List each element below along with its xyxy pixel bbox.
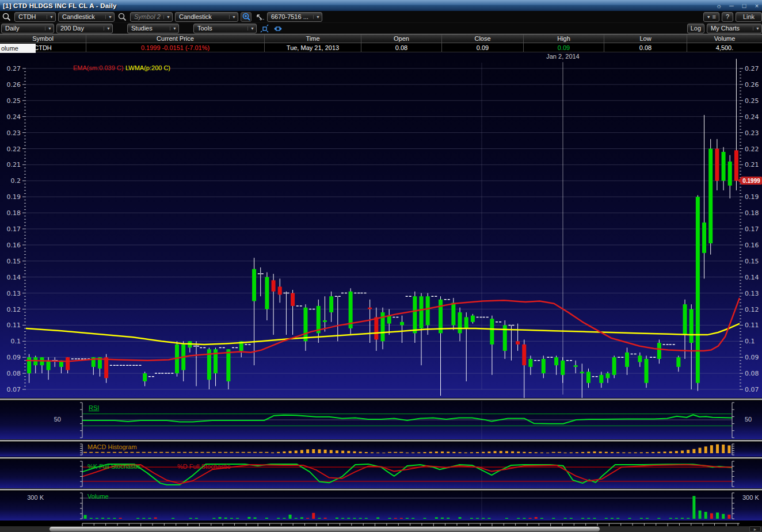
minimize-icon[interactable]: ─ xyxy=(727,2,736,9)
quote-header-high: High xyxy=(524,35,604,43)
chart-style-select[interactable]: Candlestick▼ xyxy=(58,12,115,22)
span-select[interactable]: 200 Day▼ xyxy=(56,24,113,33)
svg-text:0.09: 0.09 xyxy=(745,354,759,361)
symbol2-select[interactable]: Symbol 2▼ xyxy=(130,12,173,22)
ema-legend[interactable]: EMA(sm:0.039 C) xyxy=(73,64,123,71)
svg-text:0.27: 0.27 xyxy=(745,65,759,72)
svg-text:0.14: 0.14 xyxy=(745,274,759,281)
svg-text:0.25: 0.25 xyxy=(7,97,21,105)
link-button[interactable]: Link xyxy=(736,12,762,22)
pan-chart-icon[interactable] xyxy=(272,24,283,33)
svg-text:0.07: 0.07 xyxy=(7,386,21,393)
scrollbar-right-arrow[interactable]: ► xyxy=(749,526,761,532)
svg-text:0.21: 0.21 xyxy=(7,161,21,169)
quote-header-symbol: Symbol xyxy=(0,35,86,43)
svg-text:0.16: 0.16 xyxy=(7,242,21,249)
chevron-down-icon: ▼ xyxy=(105,15,112,19)
svg-text:0.1: 0.1 xyxy=(745,338,755,345)
macd-study-label[interactable]: MACD Histogram xyxy=(87,443,137,450)
svg-text:0.22: 0.22 xyxy=(745,146,759,153)
log-scale-button[interactable]: Log xyxy=(687,24,704,33)
main-price-chart[interactable]: 0.070.070.080.080.090.090.10.10.110.110.… xyxy=(0,52,762,398)
tools-select[interactable]: Tools▼ xyxy=(193,24,257,33)
symbol-select[interactable]: CTDH▼ xyxy=(14,12,56,22)
quote-low: 0.08 xyxy=(604,43,687,52)
svg-text:0.24: 0.24 xyxy=(7,113,21,121)
svg-text:0.15: 0.15 xyxy=(7,258,21,265)
compare-arrow-icon[interactable]: +− xyxy=(254,12,265,22)
quote-header-open: Open xyxy=(361,35,442,43)
svg-text:0.26: 0.26 xyxy=(745,81,759,89)
time-axis xyxy=(0,520,762,526)
stochastic-d-label[interactable]: %D Full Stochastic xyxy=(177,463,230,470)
chevron-down-icon: ▼ xyxy=(247,26,254,30)
close-icon[interactable]: × xyxy=(753,2,761,9)
quote-header-volume: Volume xyxy=(687,35,762,43)
volume-bars xyxy=(84,496,731,519)
volume-level-left: 300 K xyxy=(20,494,44,501)
title-bar[interactable]: [1] CTD HLDGS INC FL CL A - Daily ☼ ─ □ … xyxy=(0,0,762,11)
quote-header-row: Symbol Current Price Time Open Close Hig… xyxy=(0,34,762,43)
svg-text:0.13: 0.13 xyxy=(7,290,21,297)
rsi-mid-level-right: 50 xyxy=(745,416,752,423)
svg-text:0.08: 0.08 xyxy=(7,370,21,377)
my-charts-select[interactable]: My Charts▼ xyxy=(707,24,762,33)
window-title: [1] CTD HLDGS INC FL CL A - Daily xyxy=(0,2,117,9)
maximize-icon[interactable]: □ xyxy=(740,2,748,9)
svg-text:0.22: 0.22 xyxy=(7,146,21,153)
svg-text:0.17: 0.17 xyxy=(745,225,759,233)
quote-high: 0.09 xyxy=(524,43,604,52)
svg-text:0.26: 0.26 xyxy=(7,81,21,89)
trading-app-window: [1] CTD HLDGS INC FL CL A - Daily ☼ ─ □ … xyxy=(0,0,762,532)
chevron-down-icon: ▼ xyxy=(170,26,177,30)
volume-study-label[interactable]: Volume xyxy=(87,493,109,500)
crosshair-date-label: Jan 2, 2014 xyxy=(540,53,586,60)
rsi-line xyxy=(82,415,732,424)
macd-bars xyxy=(83,445,730,453)
expand-chart-icon[interactable] xyxy=(259,24,270,33)
settings-icon[interactable]: ☼ xyxy=(715,2,723,9)
chevron-down-icon: ▼ xyxy=(753,26,760,30)
svg-text:0.19: 0.19 xyxy=(745,193,759,201)
chevron-down-icon: ▼ xyxy=(229,15,236,19)
svg-text:0.18: 0.18 xyxy=(745,209,759,217)
svg-text:0.1: 0.1 xyxy=(11,338,21,345)
search-icon-2 xyxy=(117,12,128,22)
chevron-down-icon: ▼ xyxy=(163,15,170,19)
stochastic-k-label[interactable]: %K Full Stochastic xyxy=(87,463,140,470)
zoom-in-icon[interactable] xyxy=(241,12,252,22)
studies-select[interactable]: Studies▼ xyxy=(127,24,179,33)
svg-text:0.14: 0.14 xyxy=(7,274,21,281)
panel-brackets xyxy=(80,442,734,457)
help-button[interactable]: ? xyxy=(722,12,733,22)
chevron-down-icon: ▼ xyxy=(313,15,320,19)
volume-panel xyxy=(0,491,762,520)
search-icon xyxy=(1,12,12,22)
volume-chart-surface xyxy=(0,491,762,520)
svg-text:0.16: 0.16 xyxy=(745,242,759,249)
quote-current-price: 0.1999 -0.0151 (-7.01%) xyxy=(86,43,265,52)
chevron-down-icon: ▼ xyxy=(104,26,111,30)
chevron-down-icon: ▼ xyxy=(45,26,52,30)
horizontal-scrollbar[interactable]: ► xyxy=(0,526,762,532)
clipped-tooltip: olume xyxy=(0,44,36,53)
range-preset-select[interactable]: 6670-7516 ...▼ xyxy=(267,12,322,22)
svg-text:0.24: 0.24 xyxy=(745,113,759,121)
period-select[interactable]: Daily▼ xyxy=(1,24,54,33)
svg-text:0.23: 0.23 xyxy=(745,129,759,137)
rsi-study-label[interactable]: RSI xyxy=(89,404,99,411)
volume-level-right: 300 K xyxy=(742,494,759,501)
chart-style2-select[interactable]: Candlestick▼ xyxy=(175,12,238,22)
scrollbar-thumb[interactable] xyxy=(49,526,600,532)
svg-text:0.11: 0.11 xyxy=(7,322,21,329)
panel-brackets xyxy=(80,491,734,520)
menu-combo-button[interactable]: ▼ ≡ xyxy=(703,12,719,22)
svg-text:0.12: 0.12 xyxy=(7,306,21,313)
candlestick-chart-surface[interactable]: 0.070.070.080.080.090.090.10.10.110.110.… xyxy=(0,52,762,398)
svg-text:0.19: 0.19 xyxy=(7,193,21,201)
quote-strip: Symbol Current Price Time Open Close Hig… xyxy=(0,34,762,52)
quote-close: 0.09 xyxy=(442,43,524,52)
svg-text:0.2: 0.2 xyxy=(11,177,21,185)
lwma-legend[interactable]: LWMA(p:200 C) xyxy=(125,64,170,71)
svg-text:0.07: 0.07 xyxy=(745,386,759,393)
